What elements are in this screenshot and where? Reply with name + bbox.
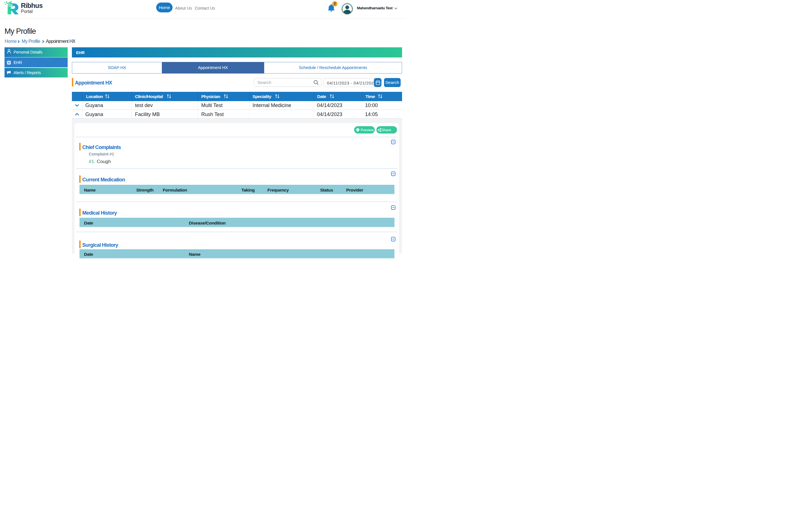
svg-text:IBHUS: IBHUS xyxy=(8,5,13,7)
